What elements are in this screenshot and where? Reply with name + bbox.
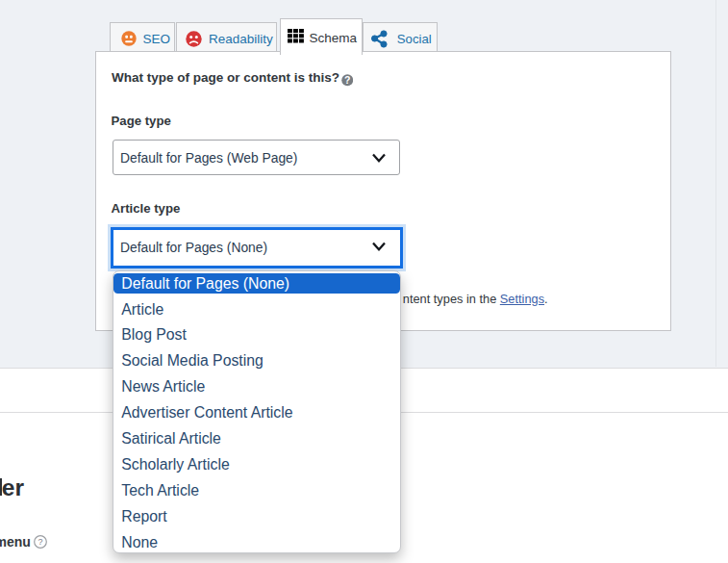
svg-text:?: ? xyxy=(344,74,350,86)
svg-text:?: ? xyxy=(38,538,42,548)
